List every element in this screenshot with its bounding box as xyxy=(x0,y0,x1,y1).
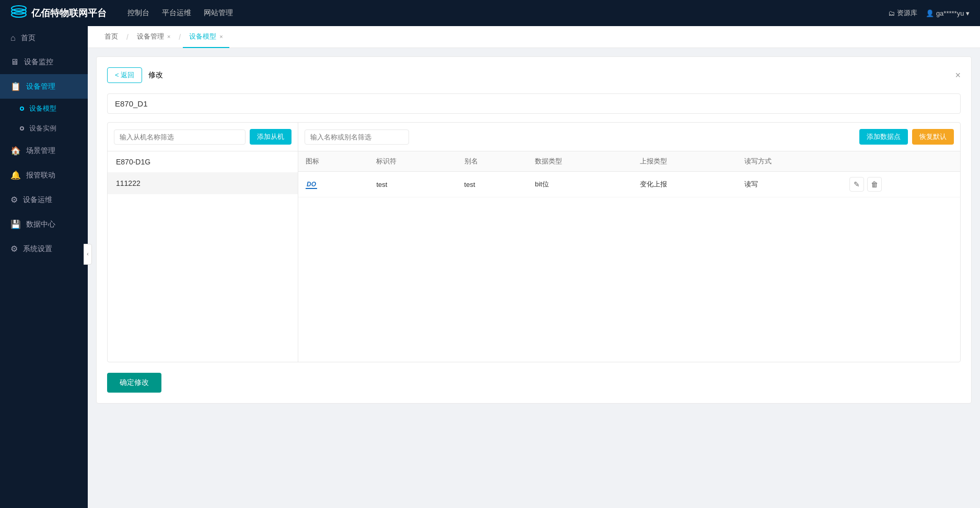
slave-list-item[interactable]: E870-D1G xyxy=(108,151,298,173)
sidebar-collapse-button[interactable]: ‹ xyxy=(84,244,92,265)
sidebar-item-device-ops[interactable]: ⚙ 设备运维 xyxy=(0,187,88,212)
tab-device-manage[interactable]: 设备管理 × xyxy=(131,26,177,48)
sidebar-sub-label-instance: 设备实例 xyxy=(29,124,56,133)
collapse-icon: ‹ xyxy=(87,251,88,257)
device-manage-icon: 📋 xyxy=(10,81,21,91)
col-read-write: 读写方式 xyxy=(737,151,842,172)
sidebar-item-home[interactable]: ⌂ 首页 xyxy=(0,26,88,50)
cell-alias: test xyxy=(457,172,528,197)
scene-icon: 🏠 xyxy=(10,146,21,156)
close-button[interactable]: × xyxy=(955,70,961,81)
tab-device-model[interactable]: 设备模型 × xyxy=(183,26,229,48)
add-datapoint-button[interactable]: 添加数据点 xyxy=(859,129,908,145)
right-panel-header: 添加数据点 恢复默认 xyxy=(298,123,960,151)
sidebar-label-ops: 设备运维 xyxy=(23,195,52,205)
user-menu-button[interactable]: 👤 ga*****yu ▾ xyxy=(926,9,970,17)
sidebar-item-device-monitor[interactable]: 🖥 设备监控 xyxy=(0,50,88,74)
left-panel: 添加从机 E870-D1G 111222 xyxy=(108,123,298,362)
user-icon: 👤 xyxy=(926,9,934,17)
sidebar-label-settings: 系统设置 xyxy=(23,244,52,254)
toolbar: < 返回 修改 × xyxy=(107,67,961,83)
title-input[interactable] xyxy=(107,93,961,114)
sidebar-label-data: 数据中心 xyxy=(26,220,55,229)
cell-report-type: 变化上报 xyxy=(633,172,738,197)
brand: 亿佰特物联网平台 xyxy=(10,3,107,23)
nav-link-web[interactable]: 网站管理 xyxy=(204,8,233,18)
col-actions xyxy=(842,151,960,172)
modify-label: 修改 xyxy=(148,70,163,80)
col-identifier: 标识符 xyxy=(369,151,457,172)
sidebar-label-scene: 场景管理 xyxy=(26,146,55,156)
main-content: 首页 / 设备管理 × / 设备模型 × < 返回 修改 × 添 xyxy=(88,26,980,508)
top-nav: 亿佰特物联网平台 控制台 平台运维 网站管理 🗂 资源库 👤 ga*****yu… xyxy=(0,0,980,26)
right-actions: 添加数据点 恢复默认 xyxy=(859,129,954,145)
slave-list: E870-D1G 111222 xyxy=(108,151,298,362)
tab-sep-2: / xyxy=(179,33,181,41)
nav-link-ops[interactable]: 平台运维 xyxy=(162,8,191,18)
slave-list-item[interactable]: 111222 xyxy=(108,173,298,194)
cell-icon: DO xyxy=(298,172,369,197)
do-icon: DO xyxy=(306,181,317,189)
sidebar: ⌂ 首页 🖥 设备监控 📋 设备管理 设备模型 设备实例 🏠 场景管理 🔔 报管… xyxy=(0,26,88,508)
data-icon: 💾 xyxy=(10,219,21,229)
tab-close-device-manage[interactable]: × xyxy=(167,33,170,40)
col-icon: 图标 xyxy=(298,151,369,172)
confirm-modify-button[interactable]: 确定修改 xyxy=(107,373,161,393)
tab-sep-1: / xyxy=(126,33,129,41)
sidebar-item-alert-linkage[interactable]: 🔔 报管联动 xyxy=(0,163,88,187)
delete-button[interactable]: 🗑 xyxy=(867,177,882,192)
sidebar-label-alert: 报管联动 xyxy=(26,171,55,180)
sidebar-item-device-manage[interactable]: 📋 设备管理 xyxy=(0,74,88,99)
sidebar-item-system-settings[interactable]: ⚙ 系统设置 xyxy=(0,237,88,261)
sidebar-item-data-center[interactable]: 💾 数据中心 xyxy=(0,212,88,237)
dot-icon-2 xyxy=(20,126,24,131)
top-nav-links: 控制台 平台运维 网站管理 xyxy=(127,8,888,18)
table-row: DO test test bit位 变化上报 读写 ✎ 🗑 xyxy=(298,172,960,197)
resource-icon: 🗂 xyxy=(888,9,895,17)
col-report-type: 上报类型 xyxy=(633,151,738,172)
alert-icon: 🔔 xyxy=(10,170,21,180)
sidebar-sub-label-model: 设备模型 xyxy=(29,104,56,113)
tab-close-device-model[interactable]: × xyxy=(219,33,223,40)
resource-button[interactable]: 🗂 资源库 xyxy=(888,8,917,18)
sidebar-label-home: 首页 xyxy=(21,33,36,43)
settings-icon: ⚙ xyxy=(10,244,18,254)
top-nav-right: 🗂 资源库 👤 ga*****yu ▾ xyxy=(888,8,970,18)
slave-search-input[interactable] xyxy=(114,129,246,145)
datapoint-search-input[interactable] xyxy=(305,129,409,145)
home-icon: ⌂ xyxy=(10,33,16,43)
tab-home[interactable]: 首页 xyxy=(98,26,124,48)
sidebar-label-monitor: 设备监控 xyxy=(24,57,53,67)
cell-read-write: 读写 xyxy=(737,172,842,197)
cell-data-type: bit位 xyxy=(528,172,633,197)
dot-icon xyxy=(20,107,24,111)
sidebar-label-device-manage: 设备管理 xyxy=(26,82,55,91)
split-panel: 添加从机 E870-D1G 111222 添加数据点 恢复默认 xyxy=(107,122,961,362)
monitor-icon: 🖥 xyxy=(10,57,19,67)
sidebar-sub-device-model[interactable]: 设备模型 xyxy=(0,99,88,119)
confirm-section: 确定修改 xyxy=(107,373,961,393)
brand-name: 亿佰特物联网平台 xyxy=(31,7,107,19)
data-table: 图标 标识符 别名 数据类型 上报类型 读写方式 DO xyxy=(298,151,960,197)
back-button[interactable]: < 返回 xyxy=(107,67,142,83)
restore-default-button[interactable]: 恢复默认 xyxy=(912,129,954,145)
left-panel-header: 添加从机 xyxy=(108,123,298,151)
edit-button[interactable]: ✎ xyxy=(849,177,864,192)
sidebar-sub-device-instance[interactable]: 设备实例 xyxy=(0,119,88,138)
cell-actions: ✎ 🗑 xyxy=(842,172,960,197)
sidebar-item-scene-manage[interactable]: 🏠 场景管理 xyxy=(0,138,88,163)
right-panel: 添加数据点 恢复默认 图标 标识符 别名 数据类型 上报类型 读写方式 xyxy=(298,123,960,362)
add-slave-button[interactable]: 添加从机 xyxy=(250,129,291,145)
nav-link-console[interactable]: 控制台 xyxy=(127,8,149,18)
ops-icon: ⚙ xyxy=(10,195,18,205)
col-data-type: 数据类型 xyxy=(528,151,633,172)
page-container: < 返回 修改 × 添加从机 E870-D1G 111222 xyxy=(96,56,972,404)
logo-icon xyxy=(10,3,27,23)
cell-identifier: test xyxy=(369,172,457,197)
tab-bar: 首页 / 设备管理 × / 设备模型 × xyxy=(88,26,980,48)
action-buttons: ✎ 🗑 xyxy=(849,177,953,192)
col-alias: 别名 xyxy=(457,151,528,172)
